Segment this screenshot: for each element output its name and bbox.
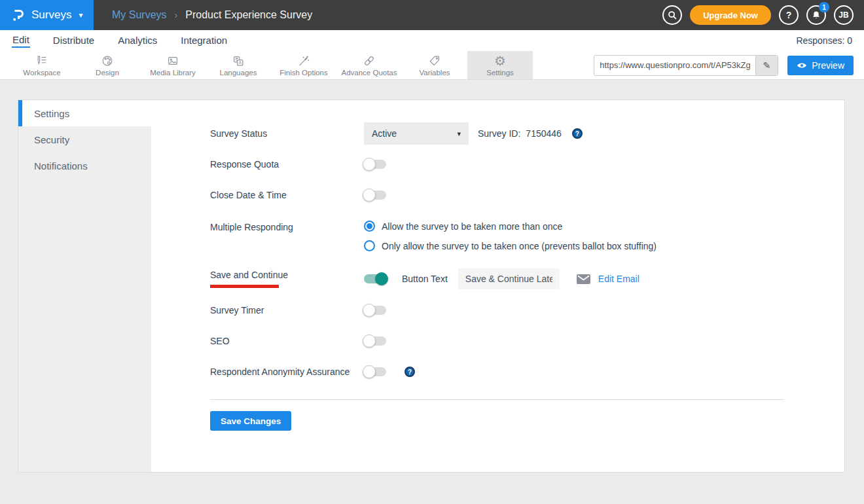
button-text-label: Button Text [402, 274, 448, 284]
multiple-responding-row: Multiple Responding Allow the survey to … [210, 221, 784, 251]
settings-panel: Settings Security Notifications Survey S… [18, 99, 845, 473]
survey-timer-label: Survey Timer [210, 305, 364, 315]
palette-icon [101, 54, 114, 67]
radio-option-multiple[interactable]: Allow the survey to be taken more than o… [364, 221, 657, 232]
gear-icon: ⚙ [494, 54, 506, 67]
avatar-initials: JB [838, 10, 848, 20]
sidebar-item-settings[interactable]: Settings [18, 100, 151, 126]
search-icon [666, 9, 678, 21]
form-divider [210, 399, 784, 400]
translate-icon: A [232, 54, 245, 67]
button-text-input[interactable] [458, 268, 560, 289]
product-switcher-label: Surveys [31, 9, 71, 22]
avatar[interactable]: JB [834, 5, 854, 25]
survey-status-label: Survey Status [210, 128, 364, 139]
pencil-icon: ✎ [763, 60, 771, 71]
radio-option-once[interactable]: Only allow the survey to be taken once (… [364, 240, 657, 251]
edit-email-link[interactable]: Edit Email [598, 274, 639, 284]
save-changes-button[interactable]: Save Changes [210, 411, 291, 431]
breadcrumb-separator: › [175, 10, 178, 20]
seo-row: SEO [210, 336, 784, 346]
survey-id-value: 7150446 [526, 128, 562, 139]
breadcrumb: My Surveys › Product Experience Survey [94, 0, 312, 30]
page-title: Product Experience Survey [185, 9, 312, 21]
save-and-continue-label: Save and Continue [210, 270, 364, 280]
response-quota-toggle[interactable] [364, 160, 386, 169]
seo-label: SEO [210, 336, 364, 346]
bell-icon [811, 10, 821, 20]
responses-count: Responses: 0 [796, 35, 852, 46]
sidebar-item-security[interactable]: Security [18, 126, 151, 153]
tab-analytics[interactable]: Analytics [117, 34, 158, 47]
tab-distribute[interactable]: Distribute [52, 34, 95, 47]
radio-icon [364, 221, 375, 232]
envelope-icon[interactable] [577, 274, 590, 284]
survey-timer-toggle[interactable] [364, 306, 386, 315]
chevron-down-icon: ▾ [457, 130, 461, 138]
respondent-anonymity-row: Respondent Anonymity Assurance ? [210, 367, 784, 377]
multiple-responding-label: Multiple Responding [210, 221, 364, 232]
survey-url-input[interactable] [594, 56, 755, 75]
chevron-down-icon: ▾ [79, 10, 82, 20]
toolbar-item-finish-options[interactable]: Finish Options [271, 51, 336, 79]
help-button[interactable]: ? [779, 5, 799, 25]
survey-status-select[interactable]: Active ▾ [364, 122, 469, 145]
close-date-row: Close Date & Time [210, 190, 784, 200]
magic-wand-icon [297, 54, 310, 67]
workspace-icon [35, 54, 48, 67]
settings-form: Survey Status Active ▾ Survey ID: 715044… [151, 100, 844, 472]
close-date-label: Close Date & Time [210, 190, 364, 200]
toolbar-right: ✎ Preview [594, 51, 864, 79]
eye-icon [797, 62, 807, 69]
edit-url-button[interactable]: ✎ [755, 56, 778, 75]
notification-badge: 1 [819, 2, 829, 12]
survey-nav: Edit Distribute Analytics Integration Re… [0, 30, 864, 51]
survey-url-group: ✎ [594, 55, 778, 76]
brand-area[interactable]: Surveys ▾ [0, 0, 94, 30]
response-quota-label: Response Quota [210, 159, 364, 170]
sidebar-item-notifications[interactable]: Notifications [18, 153, 151, 179]
toolbar-item-variables[interactable]: Variables [402, 51, 467, 79]
toolbar-item-design[interactable]: Design [75, 51, 140, 79]
respondent-anonymity-help-icon[interactable]: ? [405, 367, 415, 377]
radio-icon [364, 240, 375, 251]
survey-timer-row: Survey Timer [210, 305, 784, 315]
close-date-toggle[interactable] [364, 190, 386, 200]
respondent-anonymity-label: Respondent Anonymity Assurance [210, 367, 364, 377]
breadcrumb-my-surveys[interactable]: My Surveys [112, 9, 167, 21]
tab-integration[interactable]: Integration [180, 34, 228, 47]
image-icon [166, 54, 179, 67]
seo-toggle[interactable] [364, 336, 386, 346]
save-and-continue-toggle[interactable] [364, 274, 386, 283]
search-button[interactable] [662, 5, 682, 25]
notifications-button[interactable]: 1 [806, 5, 826, 25]
survey-id-label: Survey ID: [478, 128, 520, 139]
survey-id-help-icon[interactable]: ? [572, 128, 583, 139]
topbar-actions: Upgrade Now ? 1 JB [662, 0, 864, 30]
save-and-continue-row: Save and Continue Button Text Edit Email [210, 268, 784, 289]
toolbar-item-workspace[interactable]: Workspace [9, 51, 75, 79]
edit-toolbar: Workspace Design Media Library A Languag… [0, 51, 864, 80]
top-bar: Surveys ▾ My Surveys › Product Experienc… [0, 0, 864, 30]
tab-edit[interactable]: Edit [12, 33, 30, 48]
toolbar-item-settings[interactable]: ⚙ Settings [467, 51, 533, 79]
tag-icon [428, 54, 441, 67]
highlight-underline [210, 285, 279, 288]
toolbar-item-advance-quotas[interactable]: Advance Quotas [336, 51, 402, 79]
toolbar-item-languages[interactable]: A Languages [206, 51, 271, 79]
respondent-anonymity-toggle[interactable] [364, 367, 386, 376]
question-mark-icon: ? [786, 10, 792, 20]
preview-button[interactable]: Preview [787, 56, 854, 75]
questionpro-logo [10, 8, 26, 23]
toolbar-item-media-library[interactable]: Media Library [140, 51, 206, 79]
survey-status-row: Survey Status Active ▾ Survey ID: 715044… [210, 122, 784, 145]
upgrade-now-button[interactable]: Upgrade Now [690, 5, 771, 25]
svg-text:A: A [238, 60, 242, 64]
response-quota-row: Response Quota [210, 159, 784, 170]
chain-link-icon [363, 54, 376, 67]
settings-sidebar: Settings Security Notifications [18, 100, 151, 472]
